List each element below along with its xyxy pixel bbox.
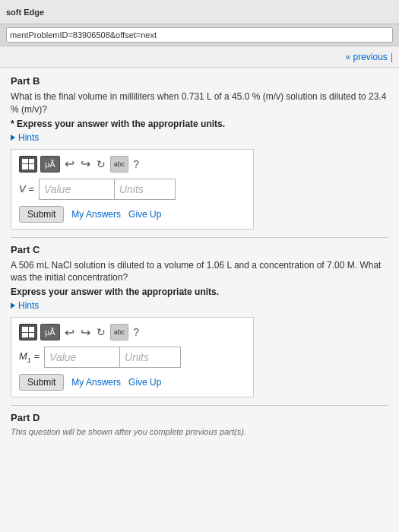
part-b-hints-toggle[interactable]: Hints [11, 132, 388, 143]
browser-title: soft Edge [6, 8, 44, 17]
abc-button[interactable]: abc [110, 156, 129, 173]
top-nav: « previous | [0, 46, 399, 68]
part-divider-cd [11, 405, 388, 406]
grid-icon-button[interactable] [19, 156, 37, 173]
part-c-label: Part C [11, 244, 388, 255]
part-d-section: Part D This question will be shown after… [11, 412, 388, 436]
help-icon[interactable]: ? [131, 158, 141, 170]
browser-chrome: soft Edge [0, 0, 399, 24]
part-c-instruction: Express your answer with the appropriate… [11, 287, 388, 297]
part-c-units-input[interactable]: Units [120, 347, 181, 368]
part-b-var-label: V = [19, 183, 34, 195]
part-c-grid-icon-button[interactable] [19, 324, 37, 340]
url-bar-area: mentProblemID=83906508&offset=next [0, 24, 399, 46]
hints-c-label: Hints [18, 300, 39, 311]
part-c-my-answers-link[interactable]: My Answers [71, 377, 121, 388]
nav-separator: | [391, 52, 393, 62]
part-c-answer-area: μÃ ↩ ↪ ↻ abc ? M1 = Value Units Submit [11, 317, 254, 397]
previous-link[interactable]: « previous [346, 52, 388, 62]
part-c-input-row: M1 = Value Units [19, 347, 245, 368]
part-b-action-row: Submit My Answers Give Up [19, 206, 245, 223]
part-b-input-row: V = Value Units [19, 179, 245, 200]
part-c-mu-button[interactable]: μÃ [40, 324, 60, 340]
part-c-undo-arrow-icon[interactable]: ↩ [63, 325, 76, 340]
part-c-question: A 506 mL NaCl solution is diluted to a v… [11, 259, 388, 285]
hints-c-triangle-icon [11, 302, 15, 309]
part-b-units-input[interactable]: Units [115, 179, 176, 200]
main-content: Part B What is the final volume in milli… [0, 68, 399, 532]
part-c-hints-toggle[interactable]: Hints [11, 300, 388, 311]
hints-label: Hints [18, 132, 39, 143]
part-b-answer-area: μÃ ↩ ↪ ↻ abc ? V = Value Units Submit [11, 149, 254, 230]
part-b-question: What is the final volume in milliliters … [11, 90, 388, 116]
part-b-value-input[interactable]: Value [39, 179, 115, 200]
part-b-submit-button[interactable]: Submit [19, 206, 64, 223]
part-c-give-up-link[interactable]: Give Up [128, 377, 161, 388]
part-c-section: Part C A 506 mL NaCl solution is diluted… [11, 244, 388, 398]
part-divider-bc [11, 237, 388, 238]
part-c-value-input[interactable]: Value [44, 347, 120, 368]
part-c-var-label: M1 = [19, 350, 40, 364]
mu-button[interactable]: μÃ [40, 156, 60, 173]
part-c-help-icon[interactable]: ? [131, 326, 141, 338]
part-c-toolbar: μÃ ↩ ↪ ↻ abc ? [19, 324, 245, 340]
part-c-redo-arrow-icon[interactable]: ↪ [79, 325, 92, 340]
part-b-give-up-link[interactable]: Give Up [128, 209, 161, 220]
part-b-toolbar: μÃ ↩ ↪ ↻ abc ? [19, 156, 245, 173]
part-b-instruction: * Express your answer with the appropria… [11, 119, 388, 129]
instruction-asterisk: * [11, 119, 17, 129]
hints-triangle-icon [11, 135, 15, 141]
part-b-label: Part B [11, 75, 388, 87]
part-b-my-answers-link[interactable]: My Answers [71, 209, 121, 220]
url-bar[interactable]: mentProblemID=83906508&offset=next [6, 27, 393, 43]
part-c-action-row: Submit My Answers Give Up [19, 374, 245, 391]
refresh-icon[interactable]: ↻ [95, 158, 107, 170]
part-c-abc-button[interactable]: abc [110, 324, 129, 340]
part-c-refresh-icon[interactable]: ↻ [95, 326, 107, 338]
part-d-note: This question will be shown after you co… [11, 427, 388, 436]
part-d-label: Part D [11, 412, 388, 423]
undo-arrow-icon[interactable]: ↩ [63, 157, 76, 171]
part-b-section: Part B What is the final volume in milli… [11, 75, 388, 230]
redo-arrow-icon[interactable]: ↪ [79, 157, 92, 171]
part-c-submit-button[interactable]: Submit [19, 374, 64, 391]
